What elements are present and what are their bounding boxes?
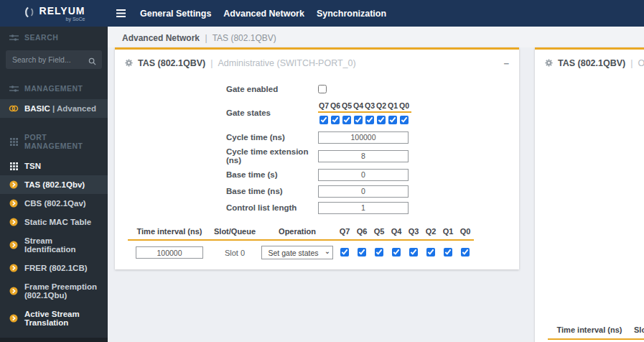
cycle-time-row: Cycle time (ns) <box>226 131 519 144</box>
cycle-time-input[interactable] <box>318 131 409 144</box>
row-q3-checkbox[interactable] <box>409 248 418 256</box>
row-slot-label: Slot 0 <box>211 240 258 261</box>
sidebar-item-tas[interactable]: TAS (802.1Qbv) <box>0 175 108 194</box>
queue-label: Q7 <box>319 101 329 110</box>
card-title: TAS (802.1QBV) <box>558 58 625 68</box>
queue-label: Q6 <box>330 101 340 110</box>
operation-select[interactable]: Set gate states <box>261 246 333 259</box>
sidebar-item-stream-identification[interactable]: Stream Identification <box>0 231 108 259</box>
row-q7-checkbox[interactable] <box>340 248 349 256</box>
gate-state-q5-checkbox[interactable] <box>342 116 351 124</box>
nav-general-settings[interactable]: General Settings <box>140 9 211 19</box>
sidebar-section-search: SEARCH <box>0 27 108 48</box>
nav-synchronization[interactable]: Synchronization <box>317 9 386 19</box>
sidebar-item-frame-preemption[interactable]: Frame Preemption (802.1Qbu) <box>0 277 108 305</box>
sidebar-item-static-mac-table[interactable]: Static MAC Table <box>0 213 108 231</box>
sidebar-item-label: TSN <box>24 162 41 170</box>
sidebar-section-management: MANAGEMENT <box>0 78 108 99</box>
gate-enabled-checkbox[interactable] <box>318 85 327 93</box>
control-list-length-label: Control list length <box>226 203 318 212</box>
queue-label: Q1 <box>388 101 398 110</box>
sidebar-item-label: Frame Preemption (802.1Qbu) <box>24 282 99 300</box>
row-q5-checkbox[interactable] <box>375 248 383 256</box>
gate-states-label: Gate states <box>226 108 318 117</box>
arrow-circle-icon <box>9 199 19 208</box>
row-q0-checkbox[interactable] <box>461 248 470 256</box>
collapse-button[interactable]: − <box>503 59 509 68</box>
gate-state-q7-checkbox[interactable] <box>319 116 328 124</box>
sidebar-item-label: Active Stream Translation <box>24 310 99 327</box>
card-header: TAS (802.1QBV) | Administrative (SWITCH-… <box>115 50 519 75</box>
base-time-ns-row: Base time (ns) <box>226 185 519 198</box>
cycle-time-extension-row: Cycle time extension (ns) <box>226 147 519 165</box>
search-input[interactable] <box>6 50 102 69</box>
arrow-circle-icon <box>9 314 19 323</box>
arrow-circle-icon <box>9 241 19 249</box>
logo[interactable]: RELYUM by SoCe <box>0 0 108 27</box>
gate-state-q0-checkbox[interactable] <box>400 116 409 124</box>
menu-hamburger-icon[interactable] <box>116 9 126 17</box>
gear-icon <box>125 57 133 70</box>
cycle-time-extension-label: Cycle time extension (ns) <box>226 147 318 165</box>
sidebar-bottom-shade <box>0 338 108 342</box>
row-q4-checkbox[interactable] <box>392 248 401 256</box>
sidebar-item-cbs[interactable]: CBS (802.1Qav) <box>0 194 108 213</box>
gate-state-q2-checkbox[interactable] <box>377 116 386 124</box>
col-header-q3: Q3 <box>405 226 422 240</box>
col-header-time-interval: Time interval (ns) <box>128 226 211 240</box>
col-header-q5: Q5 <box>370 226 388 240</box>
operative-schedule-table: Time interval (ns) Slot/Queue <box>548 324 644 340</box>
queue-label: Q3 <box>365 101 375 110</box>
queue-label: Q5 <box>342 101 352 110</box>
base-time-s-input[interactable] <box>318 169 409 181</box>
col-header-time-interval: Time interval (ns) <box>548 324 631 339</box>
sidebar-item-active-stream-translation[interactable]: Active Stream Translation <box>0 305 108 332</box>
sidebar-section-label: SEARCH <box>24 33 58 42</box>
nav-advanced-network[interactable]: Advanced Network <box>223 9 304 19</box>
col-header-slot-queue: Slot/Queue <box>211 226 258 240</box>
gate-state-q3-checkbox[interactable] <box>365 116 374 124</box>
sidebar-section-label: PORT MANAGEMENT <box>24 133 99 150</box>
sidebar-section-port-management[interactable]: PORT MANAGEMENT <box>0 126 108 157</box>
col-header-q7: Q7 <box>336 226 353 240</box>
row-q1-checkbox[interactable] <box>444 248 452 256</box>
gate-enabled-row: Gate enabled <box>226 83 519 96</box>
sidebar-item-label: BASIC <box>24 104 50 113</box>
gear-icon <box>545 57 553 70</box>
base-time-ns-label: Base time (ns) <box>226 187 318 195</box>
card-subtitle: Administrative (SWITCH-PORT_0) <box>218 58 356 68</box>
control-list-length-input[interactable] <box>318 202 409 214</box>
operative-card-body <box>535 75 644 313</box>
gate-state-q6-checkbox[interactable] <box>331 116 340 124</box>
card-title: TAS (802.1QBV) <box>138 58 205 68</box>
logo-icon <box>23 6 37 22</box>
base-time-ns-input[interactable] <box>318 185 409 198</box>
row-q2-checkbox[interactable] <box>426 248 435 256</box>
col-header-operation: Operation <box>258 226 336 240</box>
breadcrumb-section: Advanced Network <box>122 33 200 43</box>
sidebar-item-frer[interactable]: FRER (802.1CB) <box>0 259 108 277</box>
top-navigation: General Settings Advanced Network Synchr… <box>140 9 386 19</box>
cycle-time-extension-input[interactable] <box>318 150 409 162</box>
col-header-q1: Q1 <box>439 226 457 240</box>
tas-operative-card: TAS (802.1QBV) | Operative ( Time interv… <box>535 47 644 342</box>
col-header-q6: Q6 <box>353 226 370 240</box>
rings-icon <box>9 104 19 113</box>
row-q6-checkbox[interactable] <box>358 248 366 256</box>
search-icon[interactable] <box>88 55 96 68</box>
row-time-interval-input[interactable] <box>136 246 203 259</box>
base-time-s-row: Base time (s) <box>226 168 519 181</box>
card-header: TAS (802.1QBV) | Operative ( <box>535 50 644 75</box>
gate-state-q4-checkbox[interactable] <box>354 116 363 124</box>
gate-state-q1-checkbox[interactable] <box>388 116 397 124</box>
sidebar-item-basic-advanced[interactable]: BASIC | Advanced <box>0 99 108 118</box>
sidebar-item-tsn[interactable]: TSN <box>0 157 108 175</box>
sidebar-item-label: Stream Identification <box>24 236 99 254</box>
brand-subtitle: by SoCe <box>39 17 85 22</box>
gate-states-checkboxes <box>318 116 411 124</box>
sliders-icon <box>9 34 19 42</box>
brand-name: RELYUM <box>39 6 85 16</box>
breadcrumb: Advanced Network | TAS (802.1QBV) <box>108 27 644 47</box>
queue-header-row: Q7 Q6 Q5 Q4 Q3 Q2 Q1 Q0 <box>318 101 411 113</box>
col-header-slot-queue: Slot/Queue <box>631 324 644 339</box>
